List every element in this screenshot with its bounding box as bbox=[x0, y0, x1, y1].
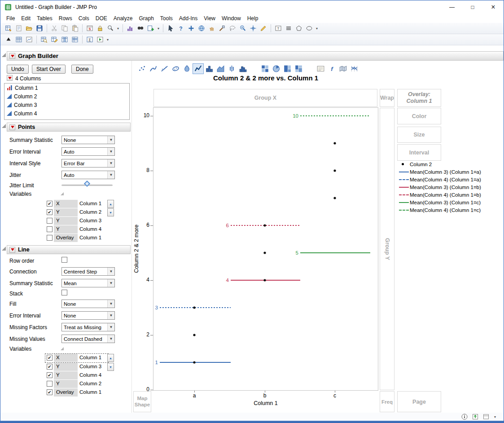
move-down-button[interactable]: ▼ bbox=[107, 363, 114, 371]
undo-button[interactable]: Undo bbox=[7, 65, 29, 74]
done-button[interactable]: Done bbox=[71, 65, 93, 74]
table-columns-icon[interactable] bbox=[60, 35, 70, 44]
points-summary-statistic-select[interactable]: None▼ bbox=[61, 136, 115, 144]
data-point[interactable] bbox=[193, 306, 195, 308]
open-icon[interactable] bbox=[24, 23, 34, 33]
plus-tool-icon[interactable] bbox=[186, 23, 196, 33]
lasso-icon[interactable] bbox=[228, 23, 237, 33]
points-y-checkbox[interactable] bbox=[47, 209, 53, 215]
columns-red-triangle-icon[interactable] bbox=[7, 75, 13, 81]
graph-element-ellipse-icon[interactable] bbox=[170, 63, 181, 74]
interval-style-select[interactable]: Error Bar▼ bbox=[61, 159, 115, 167]
points-y-checkbox[interactable] bbox=[47, 218, 53, 224]
line-overlay-checkbox[interactable] bbox=[47, 389, 53, 395]
points-y-checkbox[interactable] bbox=[47, 226, 53, 232]
graph-element-histogram-icon[interactable] bbox=[237, 63, 249, 74]
table-edit-icon[interactable] bbox=[49, 35, 59, 44]
row-order-checkbox[interactable] bbox=[61, 257, 67, 263]
graph-element-caption-box-icon[interactable] bbox=[315, 63, 326, 74]
search-icon[interactable] bbox=[105, 23, 115, 33]
group-x-zone[interactable]: Group X bbox=[153, 89, 377, 107]
plot-area[interactable]: 1346510 bbox=[153, 108, 378, 390]
globe-icon[interactable] bbox=[197, 23, 206, 33]
maximize-button[interactable]: □ bbox=[462, 0, 483, 14]
graph-element-parallel-icon[interactable] bbox=[349, 63, 360, 74]
red-triangle-menu-icon[interactable] bbox=[9, 53, 15, 59]
move-up-button[interactable]: ▲ bbox=[107, 354, 114, 362]
graph-element-formula-icon[interactable]: f bbox=[326, 63, 337, 74]
preview-chart-icon[interactable] bbox=[24, 35, 34, 44]
points-red-triangle-icon[interactable] bbox=[9, 124, 15, 130]
table-search-icon[interactable] bbox=[39, 35, 49, 44]
toolbar-caret-icon[interactable]: ▾ bbox=[493, 415, 497, 419]
graph-element-smoother-icon[interactable] bbox=[148, 63, 159, 74]
graph-element-contour-icon[interactable] bbox=[181, 63, 193, 74]
graph-element-line-of-fit-icon[interactable] bbox=[159, 63, 170, 74]
graph-element-heatmap-icon[interactable] bbox=[259, 63, 271, 74]
new-formula-icon[interactable] bbox=[146, 23, 156, 33]
cut-icon[interactable] bbox=[49, 23, 59, 33]
points-overlay-checkbox[interactable] bbox=[47, 235, 53, 241]
data-point[interactable] bbox=[263, 224, 266, 226]
color-zone[interactable]: Color bbox=[397, 108, 441, 124]
legend-item[interactable]: Mean(Column 3) (Column 1=a) bbox=[398, 168, 502, 176]
outline-collapse-icon[interactable] bbox=[2, 53, 6, 57]
lines-tool-icon[interactable] bbox=[284, 23, 294, 33]
menu-window[interactable]: Window bbox=[219, 14, 244, 22]
run-script-icon[interactable] bbox=[95, 35, 105, 44]
line-error-interval-select[interactable]: None▼ bbox=[61, 311, 115, 320]
fill-select[interactable]: None▼ bbox=[61, 300, 115, 308]
grabber-icon[interactable] bbox=[207, 23, 217, 33]
distribution-icon[interactable] bbox=[125, 23, 135, 33]
window-layout-icon[interactable] bbox=[482, 413, 490, 421]
data-point[interactable] bbox=[263, 279, 266, 281]
data-point[interactable] bbox=[263, 251, 266, 254]
wrap-zone[interactable]: Wrap bbox=[380, 89, 394, 107]
map-shape-zone[interactable]: Map Shape bbox=[133, 391, 151, 412]
info-icon[interactable] bbox=[460, 413, 468, 421]
graph-element-map-shapes-icon[interactable] bbox=[337, 63, 349, 74]
menu-analyze[interactable]: Analyze bbox=[110, 14, 136, 22]
menu-doe[interactable]: DOE bbox=[92, 14, 110, 22]
close-button[interactable]: × bbox=[483, 0, 504, 14]
new-journal-icon[interactable] bbox=[14, 23, 24, 33]
minimize-button[interactable]: — bbox=[442, 0, 462, 14]
legend-item[interactable]: Mean(Column 4) (Column 1=a) bbox=[398, 176, 502, 183]
table-grid-icon[interactable] bbox=[14, 35, 24, 44]
find-icon[interactable] bbox=[136, 23, 145, 33]
outline-collapse-icon[interactable] bbox=[2, 247, 6, 251]
up-arrow-icon[interactable] bbox=[4, 35, 13, 44]
move-down-button[interactable]: ▼ bbox=[107, 208, 114, 216]
line-red-triangle-icon[interactable] bbox=[9, 247, 15, 253]
graph-element-pie-icon[interactable] bbox=[271, 63, 282, 74]
table-rows-icon[interactable] bbox=[70, 35, 80, 44]
start-over-button[interactable]: Start Over bbox=[32, 65, 66, 74]
oval-tool-icon[interactable] bbox=[304, 23, 314, 33]
line-x-checkbox[interactable] bbox=[47, 355, 53, 361]
lock-icon[interactable] bbox=[95, 23, 105, 33]
size-zone[interactable]: Size bbox=[397, 127, 441, 143]
toolbar-caret-icon[interactable]: ▾ bbox=[105, 38, 110, 42]
interval-zone[interactable]: Interval bbox=[397, 144, 441, 161]
menu-rows[interactable]: Rows bbox=[56, 14, 75, 22]
column-list-item[interactable]: Column 2 bbox=[4, 92, 129, 101]
menu-tables[interactable]: Tables bbox=[34, 14, 56, 22]
points-error-interval-select[interactable]: Auto▼ bbox=[61, 147, 115, 156]
menu-tools[interactable]: Tools bbox=[157, 14, 176, 22]
graph-element-line-icon[interactable] bbox=[193, 63, 204, 74]
column-list-item[interactable]: Column 4 bbox=[4, 109, 129, 118]
column-list-item[interactable]: Column 3 bbox=[4, 101, 129, 109]
move-up-button[interactable]: ▲ bbox=[107, 200, 114, 208]
x-axis-title[interactable]: Column 1 bbox=[153, 400, 378, 406]
data-point[interactable] bbox=[193, 361, 195, 363]
legend-item[interactable]: Mean(Column 4) (Column 1=b) bbox=[398, 191, 502, 198]
legend-item[interactable]: Column 2 bbox=[398, 160, 502, 168]
menu-graph[interactable]: Graph bbox=[136, 14, 157, 22]
graph-element-area-icon[interactable] bbox=[215, 63, 226, 74]
caption-tool-icon[interactable]: T bbox=[273, 23, 283, 33]
line-y-checkbox[interactable] bbox=[47, 364, 53, 370]
data-point[interactable] bbox=[333, 169, 336, 172]
graph-element-points-icon[interactable] bbox=[136, 63, 148, 74]
overlay-zone[interactable]: Overlay: Column 1 bbox=[397, 89, 441, 107]
variables-expand-icon[interactable] bbox=[61, 192, 64, 195]
